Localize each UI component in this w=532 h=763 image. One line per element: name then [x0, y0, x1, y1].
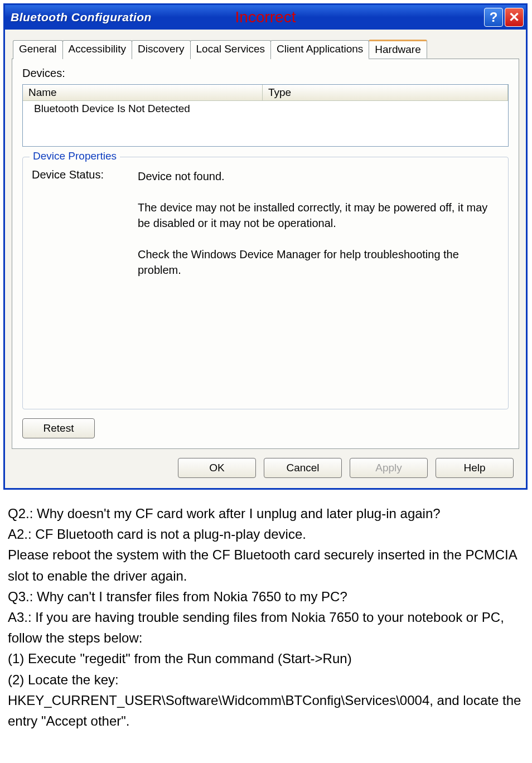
- faq-line: (2) Locate the key: HKEY_CURRENT_USER\So…: [8, 669, 524, 732]
- device-status-label: Device Status:: [32, 168, 138, 278]
- faq-line: (1) Execute "regedit" from the Run comma…: [8, 648, 524, 669]
- titlebar: Bluetooth Configuration Incorrect ? ✕: [5, 5, 526, 30]
- retest-button[interactable]: Retest: [22, 418, 95, 438]
- tab-general[interactable]: General: [13, 40, 63, 59]
- help-icon[interactable]: ?: [484, 8, 503, 27]
- tab-panel-hardware: Devices: Name Type Bluetooth Device Is N…: [12, 59, 519, 449]
- column-name[interactable]: Name: [23, 85, 263, 100]
- faq-text: Q2.: Why doesn't my CF card work after I…: [8, 503, 524, 731]
- tab-strip: General Accessibility Discovery Local Se…: [13, 40, 519, 59]
- faq-line: A2.: CF Bluetooth card is not a plug-n-p…: [8, 524, 524, 544]
- faq-line: Please reboot the system with the CF Blu…: [8, 544, 524, 586]
- tab-local-services[interactable]: Local Services: [190, 40, 272, 59]
- faq-line: Q3.: Why can't I transfer files from Nok…: [8, 586, 524, 607]
- dialog-button-row: OK Cancel Apply Help: [12, 449, 519, 480]
- retest-row: Retest: [22, 418, 509, 438]
- faq-line: Q2.: Why doesn't my CF card work after I…: [8, 503, 524, 524]
- device-properties-group: Device Properties Device Status: Device …: [22, 157, 509, 409]
- cancel-button[interactable]: Cancel: [264, 458, 342, 478]
- ok-button[interactable]: OK: [178, 458, 256, 478]
- tab-discovery[interactable]: Discovery: [132, 40, 190, 59]
- titlebar-controls: ? ✕: [484, 8, 524, 27]
- tab-accessibility[interactable]: Accessibility: [62, 40, 132, 59]
- listview-header: Name Type: [23, 85, 508, 101]
- close-icon[interactable]: ✕: [505, 8, 524, 27]
- dialog-body: General Accessibility Discovery Local Se…: [5, 30, 526, 488]
- help-button[interactable]: Help: [436, 458, 514, 478]
- devices-label: Devices:: [22, 67, 509, 80]
- apply-button[interactable]: Apply: [350, 458, 428, 478]
- list-item[interactable]: Bluetooth Device Is Not Detected: [23, 101, 508, 117]
- device-status-value: Device not found. The device may not be …: [138, 168, 499, 278]
- incorrect-overlay: Incorrect: [235, 8, 296, 26]
- groupbox-legend: Device Properties: [30, 150, 120, 162]
- window-title: Bluetooth Configuration: [11, 11, 152, 24]
- dialog-window: Bluetooth Configuration Incorrect ? ✕ Ge…: [3, 3, 528, 490]
- tab-hardware[interactable]: Hardware: [369, 40, 427, 59]
- faq-line: A3.: If you are having trouble sending f…: [8, 607, 524, 648]
- tab-client-applications[interactable]: Client Applications: [270, 40, 369, 59]
- column-type[interactable]: Type: [263, 85, 508, 100]
- devices-listview[interactable]: Name Type Bluetooth Device Is Not Detect…: [22, 84, 509, 147]
